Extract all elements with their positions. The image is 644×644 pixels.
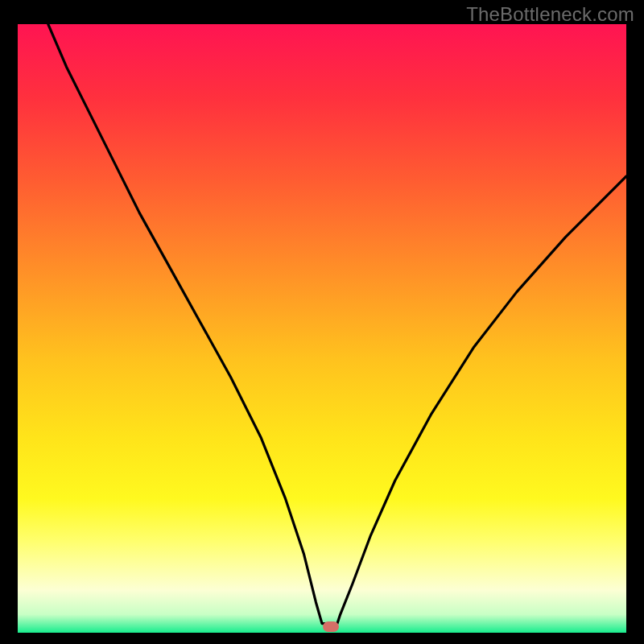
bottleneck-curve	[18, 24, 626, 633]
plot-area	[18, 24, 626, 633]
optimal-point-marker	[323, 621, 339, 632]
chart-frame: TheBottleneck.com	[0, 0, 644, 644]
watermark-text: TheBottleneck.com	[466, 3, 634, 26]
